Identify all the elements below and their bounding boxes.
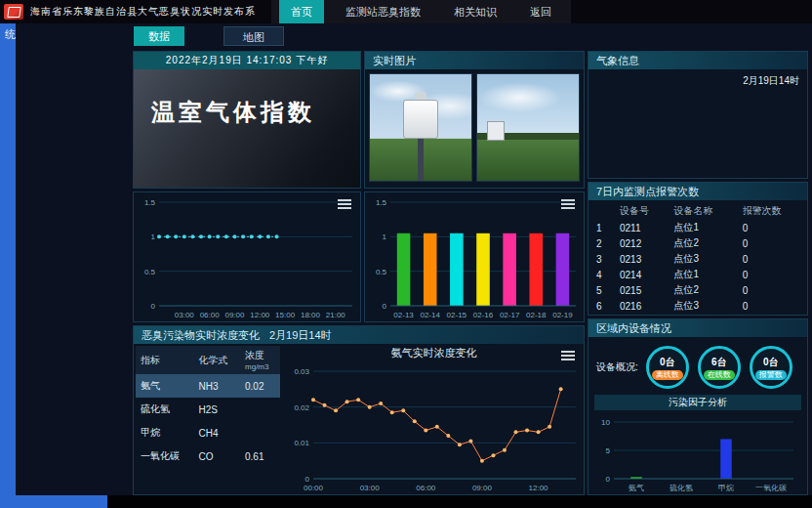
odor-table-row[interactable]: 一氧化碳CO0.61 (136, 444, 280, 468)
svg-text:02-16: 02-16 (473, 311, 494, 319)
main-nav: 首页监测站恶臭指数相关知识返回 (271, 0, 571, 23)
svg-text:氨气: 氨气 (629, 484, 644, 492)
nh3-chart-area: 氨气实时浓度变化 00.010.020.0300:0003:0006:0009:… (284, 344, 584, 494)
alarm-table-row[interactable]: 60216点位30 (589, 298, 807, 314)
svg-text:02-19: 02-19 (552, 311, 573, 319)
alarm-table-row[interactable]: 40214点位10 (589, 267, 807, 282)
svg-text:0: 0 (383, 302, 387, 311)
svg-text:0.03: 0.03 (294, 367, 309, 376)
site-photo-1[interactable] (369, 73, 472, 182)
alarm-panel-header: 7日内监测点报警次数 (589, 183, 807, 200)
greeting-body: 温室气体指数 (134, 69, 360, 188)
pole-shape (418, 133, 424, 182)
alarm-table-row[interactable]: 10211点位10 (589, 220, 807, 235)
station-shape (487, 121, 505, 141)
weather-panel-header: 气象信息 (589, 52, 807, 69)
svg-text:03:00: 03:00 (360, 484, 381, 492)
sidebar-label: 统 (5, 27, 16, 42)
week-bar-chart-panel: 00.511.502-1302-1402-1502-1602-1702-1802… (364, 191, 585, 322)
photos-body (365, 69, 584, 186)
device-overview-label: 设备概况: (596, 360, 638, 374)
sensor-shape (415, 92, 426, 100)
nav-item-3[interactable]: 相关知识 (442, 0, 508, 23)
svg-text:5: 5 (606, 446, 611, 455)
svg-text:02-18: 02-18 (526, 311, 547, 319)
svg-text:甲烷: 甲烷 (718, 484, 734, 492)
svg-text:15:00: 15:00 (275, 311, 296, 319)
week-bar-chart[interactable]: 00.511.502-1302-1402-1502-1602-1702-1802… (365, 192, 584, 321)
svg-text:0: 0 (151, 302, 156, 311)
col-concentration: 浓度 (245, 349, 275, 362)
alarm-table: 设备号 设备名称 报警次数 10211点位1020212点位2030213点位3… (589, 202, 807, 314)
tab-map[interactable]: 地图 (223, 26, 284, 46)
odor-table: 指标 化学式 浓度 mg/m3 氨气NH30.02硫化氢H2S甲烷CH4一氧化碳… (136, 346, 280, 468)
factor-bar-chart[interactable]: 0510氨气硫化氢甲烷一氧化碳 (594, 412, 801, 494)
svg-text:06:00: 06:00 (200, 311, 221, 319)
ghg-index-line-chart[interactable]: 00.511.503:0006:0009:0012:0015:0018:0021… (134, 192, 360, 321)
weather-body: 2月19日14时 (589, 69, 807, 178)
svg-text:02-13: 02-13 (393, 311, 414, 319)
device-stats: 0台离线数6台在线数0台报警数 (646, 346, 792, 389)
chart-menu-icon[interactable] (561, 351, 575, 360)
alarm-table-header-row: 设备号 设备名称 报警次数 (589, 202, 807, 220)
device-panel: 区域内设备情况 设备概况: 0台离线数6台在线数0台报警数 污染因子分析 051… (588, 318, 808, 495)
device-stat-circle-3: 0台报警数 (750, 346, 792, 389)
svg-text:09:00: 09:00 (224, 311, 245, 319)
device-overview-row: 设备概况: 0台离线数6台在线数0台报警数 (589, 337, 807, 393)
photos-panel: 实时图片 (364, 51, 585, 189)
svg-text:02-14: 02-14 (420, 311, 440, 319)
svg-text:一氧化碳: 一氧化碳 (755, 484, 787, 492)
svg-text:10: 10 (601, 418, 610, 427)
photos-panel-header: 实时图片 (365, 52, 584, 69)
svg-text:0: 0 (606, 475, 611, 484)
weather-timestamp: 2月19日14时 (743, 74, 799, 88)
odor-table-row[interactable]: 硫化氢H2S (136, 398, 280, 421)
alarm-table-row[interactable]: 30213点位30 (589, 251, 807, 267)
alarm-table-row[interactable]: 20212点位20 (589, 235, 807, 251)
chart-menu-icon[interactable] (338, 199, 351, 209)
nh3-chart-title: 氨气实时浓度变化 (284, 344, 584, 361)
odor-table-row[interactable]: 氨气NH30.02 (136, 374, 280, 398)
odor-panel: 恶臭污染物实时浓度变化 2月19日14时 指标 化学式 浓度 mg/m3 (133, 325, 585, 495)
svg-text:00:00: 00:00 (304, 484, 324, 492)
alarm-panel-title: 7日内监测点报警次数 (596, 183, 699, 200)
alarm-panel: 7日内监测点报警次数 设备号 设备名称 报警次数 10211点位1020212点… (588, 182, 808, 316)
svg-text:02-15: 02-15 (447, 311, 467, 319)
chart-menu-icon[interactable] (561, 199, 575, 209)
svg-text:21:00: 21:00 (326, 311, 346, 319)
svg-text:0.01: 0.01 (294, 439, 309, 447)
alarm-table-row[interactable]: 50215点位20 (589, 282, 807, 298)
weather-panel: 气象信息 2月19日14时 (588, 51, 808, 179)
svg-text:06:00: 06:00 (416, 484, 436, 492)
odor-table-row[interactable]: 甲烷CH4 (136, 421, 280, 444)
weather-panel-title: 气象信息 (596, 52, 639, 69)
factor-analysis-title: 污染因子分析 (594, 395, 801, 410)
svg-text:09:00: 09:00 (472, 484, 493, 492)
datetime-display: 2022年2月19日 14:17:03 下午好 (134, 52, 360, 69)
svg-text:0.5: 0.5 (376, 268, 387, 276)
topbar: 海南省乐东黎族自治县大气恶臭状况实时发布系 首页监测站恶臭指数相关知识返回 (0, 0, 812, 23)
odor-panel-timestamp: 2月19日14时 (269, 326, 332, 344)
svg-text:12:00: 12:00 (529, 484, 549, 492)
svg-text:03:00: 03:00 (175, 311, 195, 319)
col-alarm-count: 报警次数 (739, 202, 807, 220)
nav-item-1[interactable]: 首页 (279, 0, 324, 23)
ghg-line-chart-panel: 00.511.503:0006:0009:0012:0015:0018:0021… (133, 191, 361, 322)
greenhouse-gas-title: 温室气体指数 (134, 69, 360, 128)
svg-text:1.5: 1.5 (144, 198, 156, 207)
device-panel-title: 区域内设备情况 (596, 319, 671, 337)
nh3-line-chart[interactable]: 00.010.020.0300:0003:0006:0009:0012:00 (284, 361, 584, 494)
svg-text:02-17: 02-17 (500, 311, 520, 319)
device-stat-circle-1: 0台离线数 (646, 346, 689, 389)
device-stat-circle-2: 6台在线数 (698, 346, 741, 389)
col-indicator: 指标 (136, 346, 193, 374)
tab-data[interactable]: 数据 (134, 26, 184, 46)
svg-text:12:00: 12:00 (250, 311, 270, 319)
site-photo-2[interactable] (476, 73, 580, 182)
svg-text:1: 1 (383, 233, 387, 241)
nav-item-2[interactable]: 监测站恶臭指数 (334, 0, 432, 23)
col-device-name: 设备名称 (670, 202, 739, 220)
col-device-no: 设备号 (616, 202, 670, 220)
nav-item-4[interactable]: 返回 (518, 0, 563, 23)
odor-table-wrap: 指标 化学式 浓度 mg/m3 氨气NH30.02硫化氢H2S甲烷CH4一氧化碳… (134, 344, 284, 494)
